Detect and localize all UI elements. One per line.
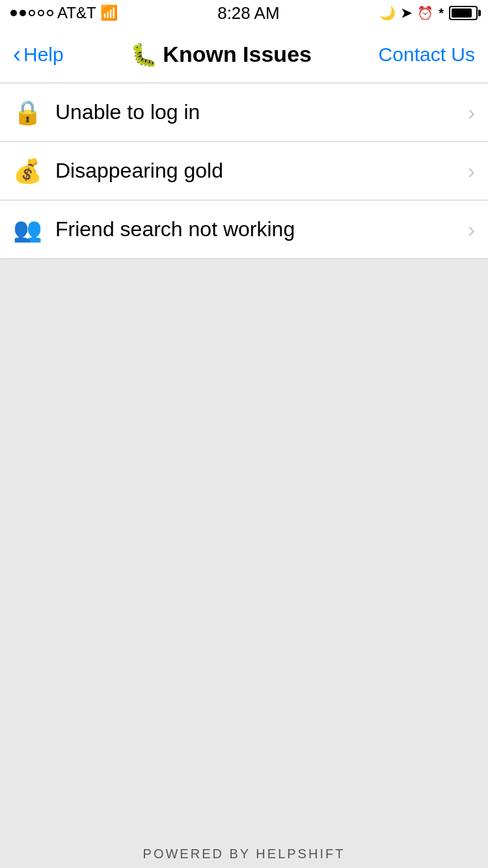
nav-bar: ‹ Help 🐛 Known Issues Contact Us bbox=[0, 26, 488, 83]
alarm-icon: ⏰ bbox=[417, 5, 433, 21]
contact-us-label: Contact Us bbox=[379, 44, 475, 65]
back-chevron-icon: ‹ bbox=[13, 43, 21, 66]
signal-dot-5 bbox=[47, 10, 53, 16]
status-left: AT&T 📶 bbox=[10, 4, 118, 22]
crescent-icon: 🌙 bbox=[379, 5, 396, 21]
status-time: 8:28 AM bbox=[217, 3, 279, 23]
location-icon: ➤ bbox=[401, 5, 412, 21]
contact-us-button[interactable]: Contact Us bbox=[379, 44, 475, 66]
item-label: Unable to log in bbox=[55, 100, 468, 124]
money-bag-icon: 💰 bbox=[13, 157, 42, 185]
chevron-right-icon: › bbox=[468, 217, 475, 242]
status-right: 🌙 ➤ ⏰ * bbox=[379, 5, 478, 21]
chevron-right-icon: › bbox=[468, 100, 475, 125]
signal-dot-3 bbox=[29, 10, 35, 16]
chevron-right-icon: › bbox=[468, 158, 475, 183]
signal-dot-1 bbox=[10, 10, 17, 16]
friends-icon: 👥 bbox=[13, 216, 42, 243]
list-item[interactable]: 👥 Friend search not working › bbox=[0, 200, 488, 259]
signal-dot-4 bbox=[38, 10, 44, 16]
bug-emoji: 🐛 bbox=[130, 42, 157, 68]
list-item[interactable]: 💰 Disappearing gold › bbox=[0, 142, 488, 200]
back-label: Help bbox=[23, 44, 64, 66]
battery-fill bbox=[452, 8, 472, 18]
footer-text: POWERED BY HELPSHIFT bbox=[143, 847, 346, 861]
signal-dot-2 bbox=[20, 10, 26, 16]
lock-icon: 🔒 bbox=[13, 99, 42, 126]
back-button[interactable]: ‹ Help bbox=[13, 43, 64, 66]
item-label: Friend search not working bbox=[55, 217, 468, 241]
background-area bbox=[0, 259, 488, 842]
issues-list: 🔒 Unable to log in › 💰 Disappearing gold… bbox=[0, 83, 488, 259]
status-bar: AT&T 📶 8:28 AM 🌙 ➤ ⏰ * bbox=[0, 0, 488, 26]
item-label: Disappearing gold bbox=[55, 159, 468, 183]
carrier-label: AT&T bbox=[57, 4, 96, 22]
nav-title: 🐛 Known Issues bbox=[130, 42, 312, 68]
footer: POWERED BY HELPSHIFT bbox=[0, 847, 488, 861]
page-title: Known Issues bbox=[163, 42, 312, 67]
bluetooth-icon: * bbox=[439, 6, 444, 21]
wifi-icon: 📶 bbox=[100, 5, 118, 21]
battery-icon bbox=[449, 6, 478, 20]
list-item[interactable]: 🔒 Unable to log in › bbox=[0, 83, 488, 142]
signal-dots bbox=[10, 10, 53, 16]
